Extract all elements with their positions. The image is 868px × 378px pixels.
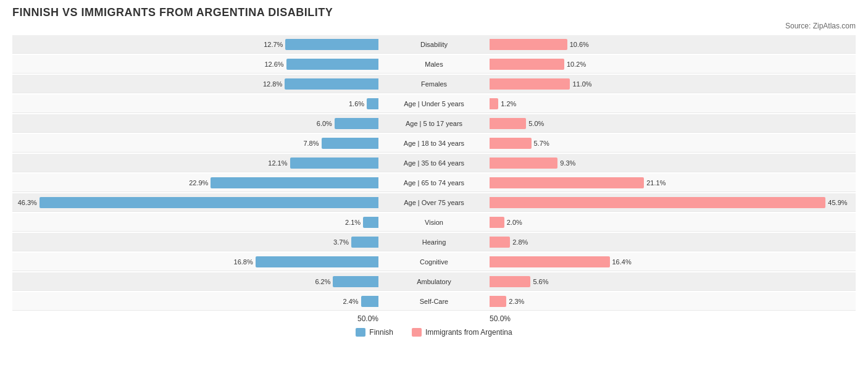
val-right-4: 5.0% [528,120,544,127]
val-right-5: 5.7% [534,140,549,147]
bar-container: 16.8% Cognitive 16.4% [12,253,856,271]
bar-container: 6.2% Ambulatory 5.6% [12,272,856,290]
table-row: 2.4% Self-Care 2.3% [12,292,856,311]
source-label: Source: ZipAtlas.com [12,22,856,30]
bar-label-1: Males [378,61,490,68]
legend-box-argentina [412,328,422,337]
val-right-9: 2.0% [507,219,522,226]
bar-right-11: 16.4% [490,256,610,267]
bar-left-8: 46.3% [40,197,378,208]
val-left-4: 6.0% [317,120,332,127]
right-side: 5.0% [490,114,856,132]
bar-container: 12.6% Males 10.2% [12,55,856,73]
bar-container: 2.4% Self-Care 2.3% [12,292,856,310]
legend-item-argentina: Immigrants from Argentina [412,328,512,337]
legend-label-argentina: Immigrants from Argentina [425,328,512,337]
left-side: 12.6% [12,55,378,73]
bar-right-2: 11.0% [490,78,570,90]
bar-right-3: 1.2% [490,98,498,109]
legend-label-finnish: Finnish [369,328,393,337]
table-row: 46.3% Age | Over 75 years 45.9% [12,193,856,212]
val-left-9: 2.1% [345,219,361,226]
right-side: 16.4% [490,253,856,271]
bar-container: 7.8% Age | 18 to 34 years 5.7% [12,134,856,152]
val-right-13: 2.3% [509,298,524,305]
left-side: 12.1% [12,154,378,172]
bar-right-9: 2.0% [490,217,504,228]
left-side: 22.9% [12,174,378,191]
val-left-1: 12.6% [264,61,283,68]
val-right-10: 2.8% [512,238,528,246]
bar-left-7: 22.9% [211,177,378,188]
bar-label-9: Vision [378,219,490,226]
val-left-13: 2.4% [343,298,358,305]
right-side: 21.1% [490,174,856,191]
table-row: 12.6% Males 10.2% [12,55,856,74]
table-row: 12.8% Females 11.0% [12,75,856,93]
bar-left-11: 16.8% [256,256,378,267]
val-left-12: 6.2% [315,278,330,285]
bar-label-3: Age | Under 5 years [378,100,490,107]
val-left-11: 16.8% [234,258,253,266]
right-side: 10.2% [490,55,856,73]
bar-left-2: 12.8% [285,78,378,90]
val-left-0: 12.7% [264,41,283,48]
bar-label-12: Ambulatory [378,278,490,285]
bar-label-8: Age | Over 75 years [378,199,490,206]
table-row: 7.8% Age | 18 to 34 years 5.7% [12,134,856,153]
right-side: 5.6% [490,272,856,290]
bar-label-10: Hearing [378,238,490,246]
table-row: 3.7% Hearing 2.8% [12,233,856,251]
val-left-5: 7.8% [303,140,319,147]
val-left-7: 22.9% [189,179,208,187]
val-left-10: 3.7% [333,238,349,246]
bar-left-5: 7.8% [322,138,379,149]
right-side: 2.0% [490,213,856,231]
left-side: 7.8% [12,134,378,152]
val-right-2: 11.0% [572,80,591,88]
table-row: 16.8% Cognitive 16.4% [12,253,856,271]
bar-container: 1.6% Age | Under 5 years 1.2% [12,94,856,112]
left-side: 2.4% [12,292,378,310]
bar-right-6: 9.3% [490,158,557,169]
left-side: 6.2% [12,272,378,290]
val-right-7: 21.1% [646,179,666,187]
right-side: 2.8% [490,233,856,251]
val-right-0: 10.6% [570,41,589,48]
bar-right-1: 10.2% [490,59,564,70]
chart-title: FINNISH VS IMMIGRANTS FROM ARGENTINA DIS… [12,6,856,19]
bar-left-9: 2.1% [363,217,378,228]
bar-label-11: Cognitive [378,258,490,266]
bar-right-4: 5.0% [490,118,526,129]
right-side: 11.0% [490,75,856,93]
bar-label-2: Females [378,80,490,88]
bar-container: 2.1% Vision 2.0% [12,213,856,231]
axis-left: 50.0% [12,314,434,323]
val-left-2: 12.8% [263,80,282,88]
chart-area: 12.7% Disability 10.6% 12.6% Males [12,35,856,337]
left-side: 1.6% [12,94,378,112]
val-right-8: 45.9% [828,199,847,206]
bar-right-5: 5.7% [490,138,532,149]
bar-left-1: 12.6% [286,59,378,70]
bar-label-4: Age | 5 to 17 years [378,120,490,127]
bar-label-0: Disability [378,41,490,48]
val-right-3: 1.2% [501,100,516,107]
bar-left-0: 12.7% [285,39,378,50]
val-right-11: 16.4% [612,258,632,266]
bar-left-12: 6.2% [333,276,378,287]
bar-right-12: 5.6% [490,276,530,287]
table-row: 12.7% Disability 10.6% [12,35,856,54]
bar-right-7: 21.1% [490,177,644,188]
bar-container: 12.1% Age | 35 to 64 years 9.3% [12,154,856,172]
val-left-3: 1.6% [349,100,364,107]
left-side: 6.0% [12,114,378,132]
table-row: 1.6% Age | Under 5 years 1.2% [12,94,856,113]
bar-label-7: Age | 65 to 74 years [378,179,490,187]
table-row: 6.2% Ambulatory 5.6% [12,272,856,291]
right-side: 10.6% [490,35,856,53]
bar-right-13: 2.3% [490,296,506,307]
bar-right-0: 10.6% [490,39,567,50]
table-row: 2.1% Vision 2.0% [12,213,856,232]
axis-right: 50.0% [434,314,856,323]
